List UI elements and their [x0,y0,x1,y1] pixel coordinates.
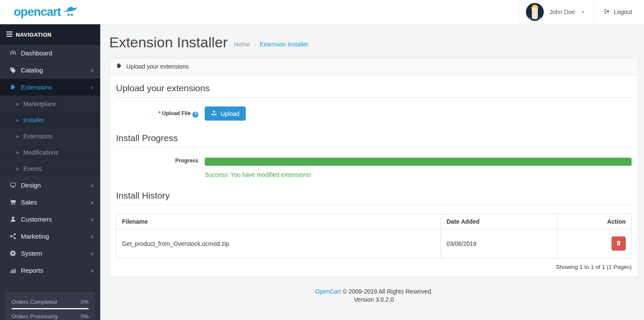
sidebar-item-sales[interactable]: Sales › [0,194,100,211]
double-chevron-icon: » [16,133,19,140]
logout-button[interactable]: Logout [593,0,644,24]
version-text: Version 3.0.2.0 [109,296,638,304]
stat-label: Orders Completed [12,299,57,305]
chevron-right-icon: › [91,216,93,223]
stat-value: 0% [81,299,89,305]
sidebar-item-dashboard[interactable]: Dashboard [0,45,100,62]
panel-heading: Upload your extensions [110,58,638,75]
hamburger-icon [6,32,12,38]
sidebar-subitem-label: Extensions [23,133,52,140]
chevron-right-icon: › [91,84,93,91]
breadcrumb-separator: › [254,41,255,48]
sidebar-item-label: Dashboard [21,49,52,57]
chevron-right-icon: › [91,250,93,257]
sidebar-subitem-installer[interactable]: » Installer [0,112,100,128]
sidebar-item-label: Marketing [21,233,49,240]
tag-icon [10,67,21,73]
help-icon[interactable]: ? [192,112,198,118]
breadcrumb: Home › Extension Installer [234,41,308,48]
user-name: John Doe [549,9,575,15]
upload-section-legend: Upload your extensions [116,83,632,98]
opencart-admin: opencart John Doe ▼ [0,0,644,320]
sidebar-stats-panel: Orders Completed 0% Orders Processing 0% [5,291,95,320]
sidebar-item-label: System [21,250,42,257]
bar-chart-icon [10,267,21,274]
double-chevron-icon: » [16,101,19,107]
opencart-logo[interactable]: opencart [0,0,100,24]
sidebar-item-label: Design [21,182,41,189]
sign-out-icon [604,8,610,16]
page-title: Extension Installer [109,35,228,49]
upload-button-label: Upload [220,110,239,117]
progress-bar-fill [205,158,632,166]
extensions-submenu: » Marketplace » Installer » Extensions »… [0,96,100,177]
logout-label: Logout [614,9,632,15]
chevron-right-icon: › [91,267,93,274]
sidebar-item-system[interactable]: System › [0,245,100,262]
panel-heading-label: Upload your extensions [126,63,189,70]
installer-panel: Upload your extensions Upload your exten… [109,58,638,277]
required-asterisk: * [159,110,161,116]
history-section-legend: Install History [116,190,632,205]
user-menu[interactable]: John Doe ▼ [519,0,593,24]
sidebar-item-label: Customers [21,216,52,223]
sidebar-subitem-modifications[interactable]: » Modifications [0,144,100,161]
sidebar-subitem-label: Events [23,165,42,172]
gear-icon [10,250,21,257]
sidebar-subitem-label: Modifications [23,149,58,156]
chevron-right-icon: › [91,182,93,189]
sidebar-item-reports[interactable]: Reports › [0,262,100,279]
header-right: John Doe ▼ Logout [519,0,644,24]
delete-button[interactable] [612,236,626,251]
double-chevron-icon: » [16,149,19,156]
page-header: Extension Installer Home › Extension Ins… [109,24,638,58]
chevron-right-icon: › [91,66,93,74]
column-header-action: Action [557,214,632,229]
trash-icon [616,240,621,247]
breadcrumb-current[interactable]: Extension Installer [260,41,308,48]
sidebar-subitem-events[interactable]: » Events [0,161,100,177]
navigation-header-label: NAVIGATION [16,32,52,38]
chevron-right-icon: › [91,233,93,240]
stat-label: Orders Processing [12,313,58,320]
install-history-table: Filename Date Added Action Get_product_f… [116,214,632,258]
dashboard-icon [10,50,21,56]
navigation-header: NAVIGATION [0,24,100,45]
column-header-date-added: Date Added [441,214,557,229]
breadcrumb-home[interactable]: Home [234,41,250,48]
pagination-status: Showing 1 to 1 of 1 (1 Pages) [116,258,632,270]
progress-label: Progress [116,156,205,178]
progress-row: Progress Success: You have modified exte… [116,156,632,178]
sidebar-item-label: Sales [21,199,37,206]
sidebar-item-marketing[interactable]: Marketing › [0,228,100,245]
table-row: Get_product_from_Overstock.ocmod.zip 03/… [116,229,632,258]
stat-orders-completed: Orders Completed 0% [12,299,89,305]
copyright-text: © 2009-2019 All Rights Reserved. [342,288,432,295]
progress-section-legend: Install Progress [116,133,632,147]
sidebar-item-label: Catalog [21,66,43,74]
sidebar-item-design[interactable]: Design › [0,177,100,194]
double-chevron-icon: » [16,117,19,124]
stat-orders-processing: Orders Processing 0% [12,313,89,320]
cell-date-added: 03/06/2019 [441,229,557,258]
stat-value: 0% [81,313,89,320]
cart-icon [10,199,21,205]
upload-button[interactable]: Upload [205,107,246,121]
logo-text: opencart [14,6,61,18]
stat-bar-completed [12,308,89,309]
sidebar-item-customers[interactable]: Customers › [0,211,100,228]
share-icon [10,233,21,239]
page-footer: OpenCart © 2009-2019 All Rights Reserved… [109,277,638,307]
sidebar-item-catalog[interactable]: Catalog › [0,62,100,79]
puzzle-icon [10,84,21,90]
sidebar-navigation: NAVIGATION Dashboard Catalog › Exten [0,24,100,320]
opencart-footer-link[interactable]: OpenCart [315,288,341,295]
sidebar-subitem-label: Marketplace [23,101,56,107]
sidebar-subitem-extensions[interactable]: » Extensions [0,128,100,144]
caret-down-icon: ▼ [581,10,585,14]
main-content: Extension Installer Home › Extension Ins… [100,24,644,320]
sidebar-subitem-marketplace[interactable]: » Marketplace [0,96,100,112]
sidebar-item-extensions[interactable]: Extensions › [0,79,100,96]
column-header-filename: Filename [116,214,441,229]
sidebar-subitem-label: Installer [23,117,44,124]
